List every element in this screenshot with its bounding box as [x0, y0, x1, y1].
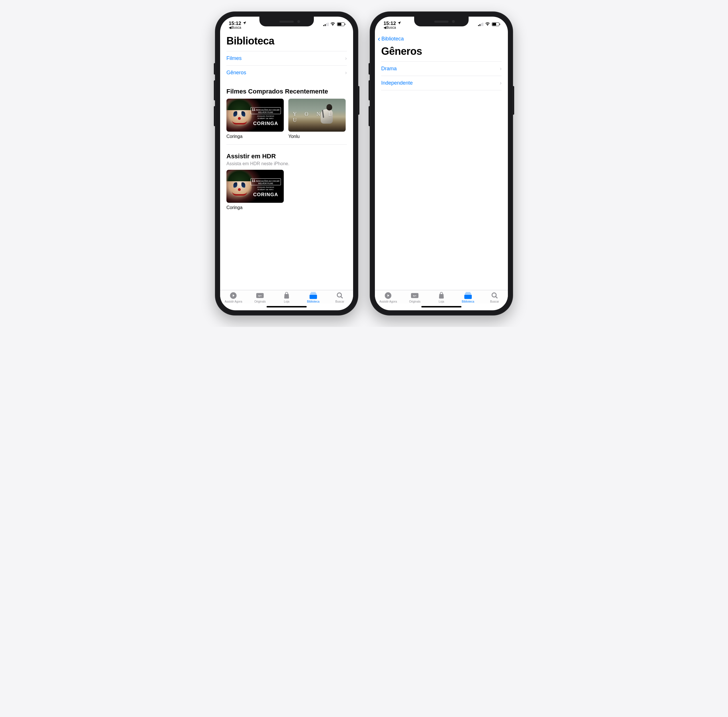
row-filmes[interactable]: Filmes › — [227, 51, 347, 66]
svg-rect-5 — [309, 294, 317, 299]
phone-frame-left: 15:12 ◀ Busca Biblioteca — [215, 11, 358, 316]
bag-icon — [283, 292, 291, 299]
movie-poster: Y O N L U — [288, 99, 346, 132]
chevron-right-icon: › — [345, 70, 347, 76]
breadcrumb-back[interactable]: ◀ Busca — [384, 26, 401, 30]
svg-rect-13 — [464, 294, 472, 299]
bag-icon — [437, 292, 445, 299]
location-icon — [242, 21, 247, 26]
movie-caption: Coringa — [227, 203, 284, 210]
breadcrumb-back-label: Busca — [231, 26, 241, 30]
chevron-right-icon: › — [500, 66, 501, 72]
tab-assistir-agora[interactable]: Assistir Agora — [220, 292, 247, 303]
tab-bar: Assistir Agora tv+ Originals Loja Biblio… — [375, 290, 508, 304]
library-icon — [309, 292, 317, 299]
battery-icon — [492, 22, 499, 26]
page-title: Gêneros — [381, 45, 501, 61]
location-icon — [397, 21, 401, 26]
search-icon — [336, 292, 344, 299]
svg-rect-3 — [311, 292, 315, 293]
row-label: Independente — [381, 80, 413, 86]
tab-label: Originals — [254, 300, 265, 303]
row-label: Filmes — [227, 55, 242, 61]
tab-label: Buscar — [335, 300, 344, 303]
play-circle-icon — [384, 292, 392, 299]
tab-label: Biblioteca — [462, 300, 474, 303]
chevron-right-icon: › — [345, 55, 347, 61]
row-drama[interactable]: Drama › — [381, 61, 501, 76]
svg-line-15 — [495, 296, 497, 298]
tab-buscar[interactable]: Buscar — [481, 292, 508, 303]
row-label: Gêneros — [227, 70, 246, 76]
recent-row: 11 INDICAÇÕES AO OSCARMELHOR FILME JOAQU… — [227, 99, 347, 145]
svg-rect-4 — [310, 293, 317, 294]
page-title: Biblioteca — [227, 33, 347, 51]
status-right — [478, 21, 499, 27]
row-label: Drama — [381, 66, 397, 72]
row-independente[interactable]: Independente › — [381, 76, 501, 90]
screen-left: 15:12 ◀ Busca Biblioteca — [220, 17, 353, 310]
movie-tile-coringa[interactable]: 11 INDICAÇÕES AO OSCARMELHOR FILME JOAQU… — [227, 99, 284, 139]
search-icon — [491, 292, 499, 299]
tab-loja[interactable]: Loja — [428, 292, 455, 303]
svg-rect-12 — [465, 293, 471, 294]
wifi-icon — [485, 22, 490, 27]
appletv-icon: tv+ — [411, 292, 419, 299]
chevron-left-icon: ◀ — [229, 26, 231, 30]
tab-buscar[interactable]: Buscar — [326, 292, 353, 303]
screen-right: 15:12 ◀ Busca ‹ Biblioteca — [375, 17, 508, 310]
home-indicator[interactable] — [267, 306, 307, 307]
svg-text:tv+: tv+ — [258, 294, 262, 297]
tab-label: Originals — [409, 300, 420, 303]
cellular-icon — [323, 23, 329, 26]
row-generos[interactable]: Gêneros › — [227, 66, 347, 80]
tab-originals[interactable]: tv+ Originals — [247, 292, 273, 303]
breadcrumb-back[interactable]: ◀ Busca — [229, 26, 247, 30]
svg-point-14 — [492, 293, 496, 297]
section-hdr-title: Assistir em HDR — [227, 145, 347, 163]
svg-line-7 — [341, 296, 343, 298]
movie-caption: Yonlu — [288, 132, 346, 139]
content-area: Biblioteca Filmes › Gêneros › Filmes Com… — [220, 33, 353, 290]
tab-label: Biblioteca — [307, 300, 319, 303]
tab-label: Loja — [284, 300, 289, 303]
library-icon — [464, 292, 472, 299]
tab-label: Buscar — [490, 300, 499, 303]
tab-label: Assistir Agora — [379, 300, 397, 303]
tab-biblioteca[interactable]: Biblioteca — [300, 292, 326, 303]
movie-caption: Coringa — [227, 132, 284, 139]
back-chevron-icon[interactable]: ‹ — [378, 35, 380, 43]
hdr-row: 11 INDICAÇÕES AO OSCARMELHOR FILME JOAQU… — [227, 170, 347, 215]
movie-poster: 11 INDICAÇÕES AO OSCARMELHOR FILME JOAQU… — [227, 99, 284, 132]
status-right — [323, 21, 344, 27]
tab-assistir-agora[interactable]: Assistir Agora — [375, 292, 402, 303]
phone-frame-right: 15:12 ◀ Busca ‹ Biblioteca — [370, 11, 513, 316]
movie-tile-coringa-hdr[interactable]: 11 INDICAÇÕES AO OSCARMELHOR FILME JOAQU… — [227, 170, 284, 210]
movie-tile-yonlu[interactable]: Y O N L U Yonlu — [288, 99, 346, 139]
tab-biblioteca[interactable]: Biblioteca — [455, 292, 481, 303]
movie-poster: 11 INDICAÇÕES AO OSCARMELHOR FILME JOAQU… — [227, 170, 284, 203]
back-button-label[interactable]: Biblioteca — [381, 36, 404, 42]
battery-icon — [337, 22, 344, 26]
home-indicator[interactable] — [421, 306, 461, 307]
tab-originals[interactable]: tv+ Originals — [402, 292, 428, 303]
chevron-left-icon: ◀ — [384, 26, 386, 30]
breadcrumb-back-label: Busca — [386, 26, 396, 30]
section-recent-title: Filmes Comprados Recentemente — [227, 80, 347, 99]
notch — [259, 17, 314, 26]
wifi-icon — [330, 22, 335, 27]
tab-bar: Assistir Agora tv+ Originals Loja Biblio… — [220, 290, 353, 304]
appletv-icon: tv+ — [256, 292, 264, 299]
svg-text:tv+: tv+ — [413, 294, 416, 297]
nav-bar: ‹ Biblioteca — [375, 33, 508, 45]
svg-rect-11 — [466, 292, 470, 293]
tab-label: Assistir Agora — [225, 300, 242, 303]
chevron-right-icon: › — [500, 80, 501, 86]
svg-point-6 — [337, 293, 341, 297]
tab-label: Loja — [439, 300, 444, 303]
play-circle-icon — [229, 292, 237, 299]
cellular-icon — [478, 23, 483, 26]
content-area: Gêneros Drama › Independente › — [375, 45, 508, 290]
tab-loja[interactable]: Loja — [273, 292, 300, 303]
notch — [414, 17, 469, 26]
